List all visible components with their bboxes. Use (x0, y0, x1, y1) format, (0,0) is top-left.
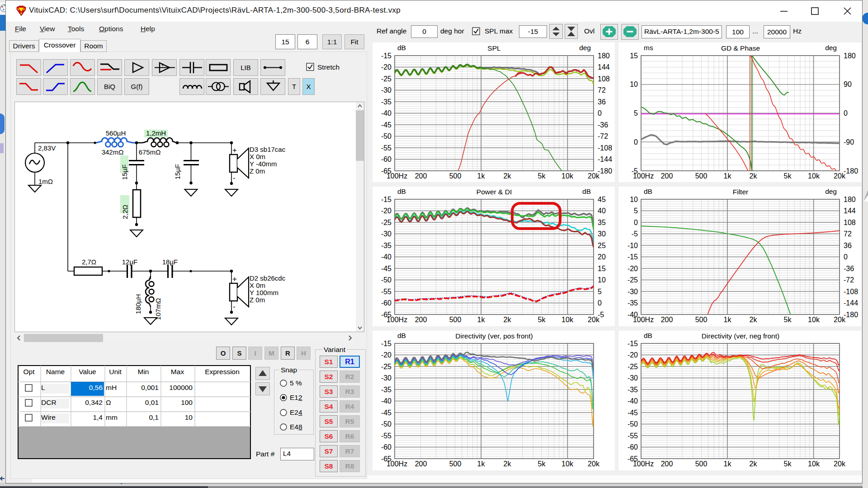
svg-text:-72: -72 (598, 132, 608, 140)
svg-text:72: 72 (844, 230, 852, 238)
svg-text:5: 5 (634, 109, 638, 117)
svg-text:-35: -35 (381, 98, 392, 106)
svg-text:5k: 5k (538, 460, 546, 468)
svg-text:0: 0 (634, 219, 638, 226)
svg-text:deg: deg (825, 188, 837, 195)
svg-text:dB: dB (397, 188, 406, 195)
svg-text:30: 30 (598, 230, 606, 238)
svg-text:200: 200 (661, 316, 673, 324)
svg-text:5k: 5k (538, 316, 546, 324)
svg-text:100Hz: 100Hz (387, 460, 407, 468)
svg-text:-45: -45 (627, 409, 638, 417)
svg-text:-180: -180 (844, 167, 858, 175)
svg-text:-35: -35 (381, 242, 392, 249)
svg-text:-45: -45 (381, 265, 392, 272)
svg-text:10k: 10k (561, 172, 574, 180)
svg-text:180: 180 (844, 196, 856, 203)
svg-text:-30: -30 (627, 288, 638, 296)
svg-text:-108: -108 (844, 288, 858, 296)
svg-text:180: 180 (844, 52, 856, 60)
svg-text:0: 0 (844, 253, 848, 261)
svg-text:20k: 20k (834, 316, 846, 324)
svg-text:5k: 5k (784, 172, 792, 180)
svg-text:Directivity (ver, pos front): Directivity (ver, pos front) (455, 332, 533, 340)
svg-text:0: 0 (844, 109, 848, 117)
svg-text:10k: 10k (561, 460, 574, 468)
svg-text:-15: -15 (381, 340, 392, 347)
svg-text:-35: -35 (627, 386, 638, 394)
svg-text:-180: -180 (844, 311, 858, 319)
svg-text:-40: -40 (381, 253, 392, 261)
svg-text:20k: 20k (834, 172, 846, 180)
svg-text:144: 144 (844, 207, 856, 215)
svg-text:-15: -15 (627, 340, 638, 347)
svg-text:20k: 20k (588, 460, 600, 468)
svg-text:25: 25 (598, 242, 606, 249)
svg-text:-25: -25 (381, 75, 392, 83)
svg-text:200: 200 (415, 172, 427, 180)
svg-text:-30: -30 (381, 86, 392, 94)
svg-text:-144: -144 (598, 155, 612, 163)
svg-text:500: 500 (695, 316, 708, 324)
svg-text:-144: -144 (844, 299, 858, 307)
svg-text:500: 500 (449, 316, 462, 324)
svg-text:15: 15 (598, 265, 606, 272)
svg-text:-20: -20 (627, 265, 638, 272)
svg-text:-50: -50 (381, 132, 392, 140)
svg-text:-50: -50 (381, 420, 392, 428)
svg-text:5k: 5k (538, 172, 546, 180)
svg-text:100Hz: 100Hz (633, 460, 654, 468)
svg-text:-35: -35 (381, 386, 392, 394)
svg-text:1k: 1k (477, 460, 486, 468)
svg-text:-50: -50 (627, 420, 638, 428)
svg-text:0: 0 (598, 299, 602, 307)
svg-text:dB: dB (644, 188, 652, 195)
svg-text:-20: -20 (381, 351, 392, 359)
svg-text:1k: 1k (724, 316, 732, 324)
svg-text:10: 10 (630, 80, 638, 88)
svg-text:dB: dB (582, 188, 591, 195)
svg-text:0: 0 (634, 138, 638, 146)
svg-text:10k: 10k (561, 316, 574, 324)
svg-text:deg: deg (579, 44, 591, 52)
svg-text:Power & DI: Power & DI (476, 188, 512, 196)
svg-text:-180: -180 (598, 167, 612, 175)
svg-text:-55: -55 (381, 432, 392, 440)
svg-text:36: 36 (844, 242, 852, 249)
svg-text:dB: dB (397, 332, 406, 339)
svg-text:2k: 2k (504, 460, 512, 468)
svg-text:108: 108 (844, 219, 856, 226)
svg-text:500: 500 (449, 460, 462, 468)
svg-text:100Hz: 100Hz (387, 172, 407, 180)
svg-text:2k: 2k (504, 316, 512, 324)
svg-text:-30: -30 (381, 374, 392, 382)
svg-text:500: 500 (695, 460, 708, 468)
svg-text:35: 35 (598, 219, 606, 226)
svg-text:1k: 1k (477, 172, 486, 180)
svg-text:-55: -55 (627, 432, 638, 440)
svg-text:15: 15 (630, 52, 638, 60)
svg-text:-25: -25 (381, 363, 392, 371)
svg-text:10: 10 (598, 276, 606, 284)
svg-text:1k: 1k (724, 460, 732, 468)
svg-text:1k: 1k (477, 316, 486, 324)
svg-text:100Hz: 100Hz (633, 316, 654, 324)
svg-text:2k: 2k (504, 172, 512, 180)
svg-text:5: 5 (598, 288, 602, 296)
svg-text:36: 36 (598, 98, 606, 106)
svg-text:-20: -20 (381, 63, 392, 71)
svg-text:-36: -36 (844, 265, 854, 272)
svg-text:100Hz: 100Hz (633, 172, 654, 180)
svg-text:108: 108 (598, 75, 610, 83)
svg-text:-45: -45 (381, 121, 392, 129)
svg-text:200: 200 (415, 460, 427, 468)
svg-text:-55: -55 (381, 288, 392, 296)
svg-text:-60: -60 (627, 443, 638, 451)
svg-text:dB: dB (397, 44, 406, 52)
svg-text:2k: 2k (750, 172, 758, 180)
svg-text:-50: -50 (381, 276, 392, 284)
svg-text:10k: 10k (808, 460, 820, 468)
svg-text:20k: 20k (834, 460, 846, 468)
svg-text:-25: -25 (627, 363, 638, 371)
svg-text:-25: -25 (627, 276, 638, 284)
